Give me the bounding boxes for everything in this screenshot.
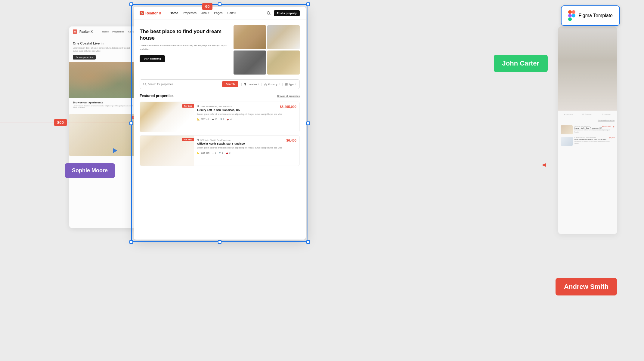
figma-badge-text: Figma Template — [578, 13, 613, 18]
logo-text: Realtor X — [145, 11, 161, 15]
main-card-wrapper: 🏠 Realtor X Home Properties About Pages … — [134, 7, 306, 240]
handle-bottom-left[interactable] — [129, 240, 133, 244]
company-logo-3: ⊟company — [602, 113, 611, 115]
property-cars-2: 🚗 3 — [226, 152, 231, 154]
hero-image-4 — [267, 50, 300, 75]
left-background-card: R Realtor X Home Properties About One Co… — [69, 26, 138, 228]
svg-rect-14 — [286, 84, 287, 85]
location-chevron-icon: ▾ — [258, 83, 259, 85]
handle-mid-right[interactable] — [306, 121, 310, 125]
left-nav-properties: Properties — [112, 30, 124, 33]
left-card-browse-sub: Lorem ipsum dolor sit amet consectetur a… — [73, 105, 135, 109]
nav-pages[interactable]: Pages — [214, 11, 222, 15]
featured-title: Featured properties — [140, 94, 174, 98]
hero-image-1 — [234, 25, 266, 49]
featured-section: Featured properties Browse all propertie… — [134, 89, 306, 166]
property-card-2: For Rent 575 Main St 401, San Francisco … — [140, 135, 300, 166]
handle-bottom-mid[interactable] — [218, 240, 221, 244]
left-card-hero: One Coastal Live in Lorem ipsum dolor si… — [69, 37, 138, 62]
left-card-browse-section: Browse our apartments Lorem ipsum dolor … — [69, 98, 138, 112]
company-logo-1: ●company — [564, 113, 573, 115]
property-address-text-1: 2238 Stradella Rd, San Francisco — [200, 106, 232, 108]
nav-cart[interactable]: Cart:0 — [228, 11, 236, 15]
handle-top-left[interactable] — [129, 2, 133, 6]
property-chevron-icon: ▾ — [279, 83, 280, 85]
figma-template-badge: Figma Template — [561, 5, 620, 26]
property-sqft-2: 📐 1815 sqft — [197, 152, 209, 154]
nav-about[interactable]: About — [201, 11, 209, 15]
hero-text: The best place to find your dream house … — [140, 25, 230, 75]
start-exploring-button[interactable]: Start exploring — [140, 55, 165, 62]
svg-rect-13 — [285, 84, 286, 85]
measurement-badge-800: 800 — [54, 119, 67, 126]
property-desc-2: Lorem ipsum dolor sit amet consectetur a… — [197, 146, 296, 149]
john-carter-bubble: John Carter — [494, 55, 548, 72]
left-card-browse-title: Browse our apartments — [73, 101, 135, 104]
property-badge-sale: For Sale — [182, 104, 194, 108]
property-info-1: 2238 Stradella Rd, San Francisco $8,495,… — [197, 102, 299, 132]
right-mini-prop-img-2 — [561, 137, 573, 146]
search-icon[interactable] — [267, 11, 271, 15]
property-filter-label: Property — [268, 83, 277, 86]
type-filter[interactable]: Type ▾ — [282, 83, 296, 86]
property-baths-1: 🚿 8 — [220, 118, 224, 121]
search-button[interactable]: Search — [222, 81, 238, 87]
location-pin-icon-1 — [197, 105, 199, 108]
location-filter[interactable]: Location ▾ — [241, 83, 259, 86]
sqft-icon-2: 📐 — [197, 152, 200, 154]
left-card-logo-icon: R — [73, 29, 77, 34]
left-card-nav: Home Properties About — [102, 30, 135, 33]
svg-point-7 — [267, 11, 270, 14]
handle-top-mid[interactable] — [218, 2, 221, 6]
nav-home[interactable]: Home — [170, 11, 178, 15]
main-realtor-card: 🏠 Realtor X Home Properties About Pages … — [134, 7, 306, 240]
svg-marker-6 — [542, 163, 546, 167]
property-address-text-2: 575 Main St 401, San Francisco — [200, 139, 231, 141]
type-icon — [285, 83, 288, 86]
property-baths-2: 🚿 1 — [218, 152, 223, 154]
svg-rect-12 — [286, 83, 287, 84]
bed-icon-2: 🛏 — [212, 152, 214, 154]
search-bar-icon — [143, 82, 147, 86]
property-specs-1: 📐 6767 sqft 🛏 10 🚿 8 — [197, 118, 296, 121]
handle-bottom-right[interactable] — [306, 240, 310, 244]
post-property-button[interactable]: Post a property — [274, 10, 300, 16]
left-card-hero-sub: Lorem ipsum dolor sit amet consectetur a… — [73, 47, 135, 53]
hero-images — [234, 25, 300, 75]
hero-title: The best place to find your dream house — [140, 28, 230, 41]
right-mini-prop-1: 2238 St, San Francisco $8,495,000 Luxury… — [561, 125, 615, 134]
sophie-moore-bubble: Sophie Moore — [65, 163, 115, 178]
property-price-2: $6,400 — [286, 139, 296, 142]
svg-point-9 — [144, 83, 146, 85]
handle-mid-left[interactable] — [129, 121, 133, 125]
right-card-person-image — [558, 26, 617, 111]
featured-header: Featured properties Browse all propertie… — [140, 94, 300, 98]
property-beds-2: 🛏 2 — [212, 152, 216, 154]
property-filter[interactable]: Property ▾ — [262, 83, 280, 86]
property-icon — [264, 83, 267, 86]
left-card-browse-btn[interactable]: Browse properties — [73, 55, 96, 60]
right-mini-prop-2: 575 Main St 401, San Francisco $6,400 Of… — [561, 137, 615, 146]
right-mini-price-2: $6,400 — [609, 137, 615, 139]
search-input[interactable] — [148, 83, 220, 86]
property-sqft-1: 📐 6767 sqft — [197, 118, 209, 121]
company-logo-2: ⊞Company — [582, 113, 592, 115]
hero-image-2 — [267, 25, 300, 49]
nav-right: Post a property — [267, 10, 300, 16]
bath-icon-2: 🚿 — [218, 152, 221, 154]
left-card-property-image — [69, 62, 138, 98]
right-card-company-logos: ●company ⊞Company ⊟company — [558, 111, 617, 118]
left-card-hero-title: One Coastal Live in — [73, 41, 135, 45]
property-beds-1: 🛏 10 — [212, 118, 217, 121]
nav-links: Home Properties About Pages Cart:0 — [170, 11, 236, 15]
left-card-logo-text: Realtor X — [79, 30, 93, 33]
svg-rect-3 — [572, 14, 575, 17]
svg-rect-2 — [568, 14, 572, 17]
property-name-1: Luxury Loft in San Francisco, CA — [197, 109, 296, 112]
browse-all-link[interactable]: Browse all properties — [277, 95, 300, 97]
handle-top-right[interactable] — [306, 2, 310, 6]
right-card-browse-all: Browse all properties — [558, 118, 617, 123]
nav-properties[interactable]: Properties — [183, 11, 197, 15]
svg-rect-1 — [572, 10, 575, 14]
sqft-icon-1: 📐 — [197, 118, 200, 121]
